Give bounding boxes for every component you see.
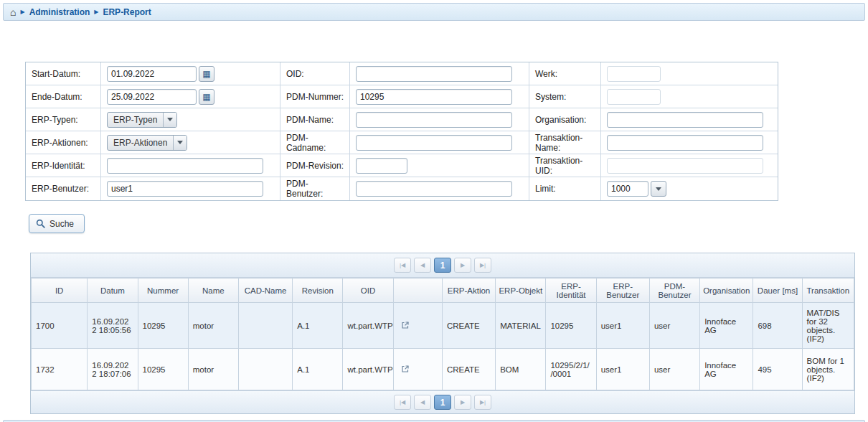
organisation-input[interactable] [607, 112, 763, 128]
breadcrumb-administration[interactable]: Administration [29, 7, 90, 17]
home-icon[interactable]: ⌂ [10, 7, 16, 17]
pdm-revision-field [350, 154, 529, 177]
column-header-transaktion: Transaktion [802, 278, 854, 303]
erp-typen-field: ERP-Typen [101, 108, 280, 131]
search-button-label: Suche [49, 219, 74, 229]
column-header-nummer: Nummer [138, 278, 188, 303]
table-row[interactable]: 1700 16.09.2022 18:05:56 10295 motor A.1… [32, 303, 854, 349]
column-header-revision: Revision [293, 278, 343, 303]
erp-typen-dropdown-value: ERP-Typen [108, 113, 163, 127]
cell-erp-objekt: MATERIAL [496, 303, 546, 349]
erp-typen-label: ERP-Typen: [26, 108, 101, 131]
system-input[interactable] [607, 89, 661, 105]
start-datum-label: Start-Datum: [26, 62, 101, 85]
erp-identitaet-input[interactable] [107, 158, 263, 174]
oid-input[interactable] [356, 66, 512, 82]
pdm-revision-input[interactable] [356, 158, 407, 174]
cell-datum: 16.09.2022 18:07:06 [88, 349, 138, 390]
pdm-benutzer-field [350, 177, 529, 200]
column-header-pdm-benutzer: PDM-Benutzer [649, 278, 699, 303]
limit-input[interactable] [607, 181, 648, 197]
breadcrumb-erp-report[interactable]: ERP-Report [103, 7, 151, 17]
table-row[interactable]: 1732 16.09.2022 18:07:06 10295 motor A.1… [32, 349, 854, 390]
external-link-icon[interactable] [401, 321, 410, 331]
pdm-name-field [350, 108, 529, 131]
limit-dropdown-button[interactable] [651, 181, 666, 197]
cell-id: 1732 [32, 349, 88, 390]
table-header-row: ID Datum Nummer Name CAD-Name Revision O… [32, 278, 854, 303]
column-header-id: ID [32, 278, 88, 303]
pager-first-button[interactable]: |◀ [394, 395, 411, 410]
pager-prev-button[interactable]: ◀ [414, 258, 431, 273]
pdm-revision-label: PDM-Revision: [280, 154, 350, 177]
pager-first-button[interactable]: |◀ [394, 258, 411, 273]
cell-organisation: Innoface AG [700, 303, 753, 349]
pager-last-button[interactable]: ▶| [474, 395, 491, 410]
ende-datum-input[interactable] [107, 89, 197, 105]
transaktion-name-input[interactable] [607, 135, 763, 151]
oid-field [350, 62, 529, 85]
system-field [601, 85, 778, 108]
cell-datum: 16.09.2022 18:05:56 [88, 303, 138, 349]
paginator-top: |◀ ◀ 1 ▶ ▶| [31, 253, 854, 278]
column-header-erp-objekt: ERP-Objekt [496, 278, 546, 303]
search-button[interactable]: Suche [29, 214, 85, 233]
erp-benutzer-input[interactable] [107, 181, 263, 197]
calendar-icon: ▦ [202, 70, 210, 78]
pager-last-button[interactable]: ▶| [474, 258, 491, 273]
pager-prev-button[interactable]: ◀ [414, 395, 431, 410]
transaktion-uid-label: Transaktion-UID: [529, 154, 601, 177]
pdm-benutzer-label: PDM-Benutzer: [280, 177, 350, 200]
chevron-down-icon [656, 187, 661, 191]
page: ⌂ ▶ Administration ▶ ERP-Report Start-Da… [0, 3, 868, 422]
external-link-icon[interactable] [401, 365, 410, 375]
pdm-nummer-label: PDM-Nummer: [280, 85, 350, 108]
column-header-datum: Datum [88, 278, 138, 303]
pdm-cadname-label: PDM-Cadname: [280, 131, 350, 154]
pdm-cadname-input[interactable] [356, 135, 512, 151]
pager-page-1-button[interactable]: 1 [434, 258, 451, 273]
cell-erp-benutzer: user1 [596, 303, 649, 349]
limit-field [601, 177, 778, 200]
cell-pdm-benutzer: user [649, 303, 699, 349]
pdm-nummer-input[interactable] [356, 89, 512, 105]
erp-typen-dropdown[interactable]: ERP-Typen [107, 112, 177, 128]
cell-oid: wt.part.WTP [343, 349, 393, 390]
filter-panel: Start-Datum: ▦ OID: Werk: Ende-Datum: ▦ … [25, 62, 778, 201]
cell-erp-benutzer: user1 [596, 349, 649, 390]
calendar-icon: ▦ [202, 93, 210, 101]
transaktion-uid-input[interactable] [607, 158, 763, 174]
pdm-name-input[interactable] [356, 112, 512, 128]
organisation-field [601, 108, 778, 131]
cell-oid-link [393, 349, 442, 390]
cell-revision: A.1 [293, 349, 343, 390]
erp-aktionen-dropdown[interactable]: ERP-Aktionen [107, 135, 187, 151]
pdm-cadname-field [350, 131, 529, 154]
transaktion-name-field [601, 131, 778, 154]
cell-erp-aktion: CREATE [442, 349, 495, 390]
cell-transaktion: MAT/DIS for 32 objects. (IF2) [802, 303, 854, 349]
start-datum-input[interactable] [107, 66, 197, 82]
pager-next-button[interactable]: ▶ [454, 258, 471, 273]
pager-page-1-button[interactable]: 1 [434, 395, 451, 410]
erp-aktionen-dropdown-value: ERP-Aktionen [108, 136, 173, 150]
cell-name: motor [188, 349, 238, 390]
pdm-benutzer-input[interactable] [356, 181, 512, 197]
transaktion-name-label: Transaktion-Name: [529, 131, 601, 154]
werk-label: Werk: [529, 62, 601, 85]
ende-datum-field: ▦ [101, 85, 280, 108]
column-header-erp-benutzer: ERP-Benutzer [596, 278, 649, 303]
cell-id: 1700 [32, 303, 88, 349]
ende-datum-calendar-button[interactable]: ▦ [199, 89, 214, 105]
column-header-dauer-ms: Dauer [ms] [753, 278, 802, 303]
cell-dauer-ms: 495 [753, 349, 802, 390]
column-header-organisation: Organisation [700, 278, 753, 303]
search-icon [36, 219, 45, 228]
werk-input[interactable] [607, 66, 661, 82]
erp-identitaet-label: ERP-Identität: [26, 154, 101, 177]
pager-next-button[interactable]: ▶ [454, 395, 471, 410]
chevron-down-icon [163, 113, 176, 127]
start-datum-calendar-button[interactable]: ▦ [199, 66, 214, 82]
cell-erp-identitaet: 10295/2/1//0001 [546, 349, 596, 390]
cell-cad-name [238, 303, 292, 349]
